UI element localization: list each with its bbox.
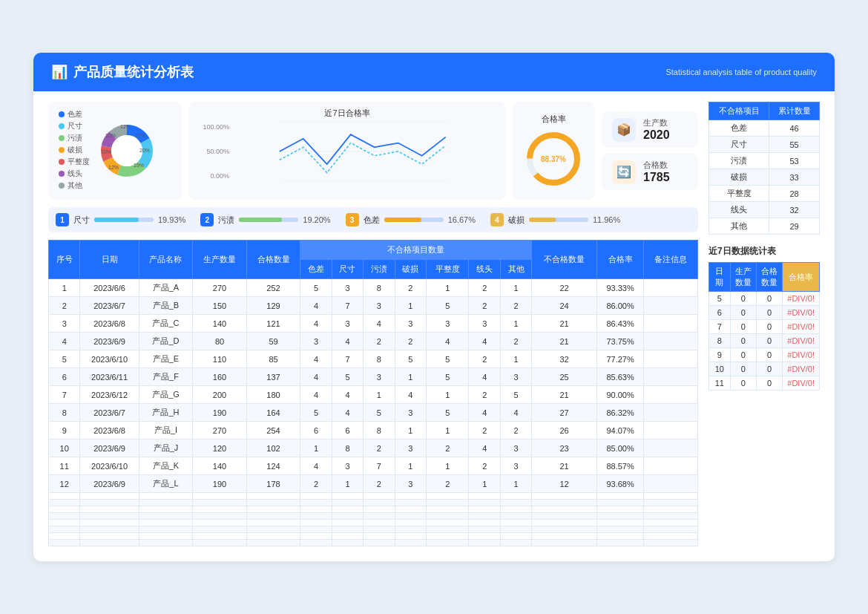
production-stat: 📦 生产数 2020: [602, 111, 698, 148]
main-table: 序号 日期 产品名称 生产数量 合格数量 不合格项目数量 不合格数量 合格率 备…: [48, 240, 698, 546]
col-date: 日期: [80, 241, 139, 279]
col-qual: 合格数量: [246, 241, 300, 279]
right-panel: 不合格项目 累计数量 色差46尺寸55污渍53破损33平整度28线头32其他29…: [708, 102, 820, 546]
page-title: 产品质量统计分析表: [73, 63, 194, 81]
col-qt: 其他: [500, 260, 531, 279]
table-row: 42023/6/9产品_D 8059 342 2442 2173.75%: [49, 333, 698, 350]
svg-text:12%: 12%: [120, 124, 131, 129]
svg-text:17%: 17%: [135, 133, 145, 138]
col-rate: 合格率: [596, 241, 643, 279]
days7-title: 近7日数据统计表: [708, 245, 820, 258]
col-defect-group: 不合格项目数量: [300, 241, 532, 260]
line-chart-svg: 4/5 4/5 4/5 4/5 4/5 4/5 4/5: [232, 122, 496, 181]
production-value: 2020: [643, 128, 670, 142]
defect-row: 尺寸55: [709, 137, 820, 153]
svg-text:19%: 19%: [134, 163, 144, 168]
line-chart-title: 近7日合格率: [198, 108, 496, 119]
svg-text:20%: 20%: [139, 148, 150, 153]
table-row: 32023/6/8产品_C 140121 434 3331 2186.43%: [49, 315, 698, 333]
qualified-icon: 🔄: [612, 160, 636, 184]
svg-text:12%: 12%: [108, 165, 119, 170]
main-table-wrap: 序号 日期 产品名称 生产数量 合格数量 不合格项目数量 不合格数量 合格率 备…: [48, 240, 698, 546]
days7-row: 500#DIV/0!: [709, 292, 820, 306]
col-name: 产品名称: [139, 241, 193, 279]
defect-row: 其他29: [709, 218, 820, 235]
col-cc: 尺寸: [332, 260, 363, 279]
svg-text:88.37%: 88.37%: [541, 155, 566, 163]
days7-row: 800#DIV/0!: [709, 334, 820, 348]
legend-list: 色差 尺寸 污渍 破损 平整度 线头 其他: [59, 109, 90, 192]
table-row: 22023/6/7产品_B 150129 473 1522 2486.00%: [49, 297, 698, 315]
days7-col-rate: 合格率: [783, 263, 820, 292]
rank-bars: 1 尺寸 19.93% 2 污渍 19.20% 3: [48, 207, 698, 232]
table-row-empty: [49, 500, 698, 506]
table-row: 82023/6/7产品_H 190164 545 3544 2786.32%: [49, 404, 698, 422]
rank-item-1: 1 尺寸 19.93%: [56, 213, 185, 226]
days7-row: 1000#DIV/0!: [709, 362, 820, 376]
days7-row: 1100#DIV/0!: [709, 376, 820, 391]
header-title: 📊 产品质量统计分析表: [51, 63, 194, 81]
qualified-value: 1785: [643, 171, 670, 184]
qualified-rate-title: 合格率: [542, 114, 566, 125]
ring-chart: 88.37%: [524, 129, 583, 189]
defect-row: 线头32: [709, 202, 820, 218]
defect-row: 平整度28: [709, 186, 820, 202]
defect-row: 污渍53: [709, 153, 820, 169]
table-row-empty: [49, 520, 698, 526]
days7-row: 900#DIV/0!: [709, 348, 820, 362]
table-row: 62023/6/11产品_F 160137 453 1543 2585.63%: [49, 368, 698, 386]
production-icon: 📦: [612, 118, 636, 142]
table-row: 52023/6/10产品_E 11085 478 5521 3277.27%: [49, 350, 698, 368]
summary-row: 色差 尺寸 污渍 破损 平整度 线头 其他: [48, 102, 698, 200]
table-row-empty: [49, 540, 698, 546]
col-wz: 污渍: [364, 260, 395, 279]
rank-item-3: 3 色差 16.67%: [346, 213, 476, 226]
svg-text:10%: 10%: [101, 149, 111, 154]
header: 📊 产品质量统计分析表 Statistical analysis table o…: [33, 53, 835, 91]
defect-summary-table: 不合格项目 累计数量 色差46尺寸55污渍53破损33平整度28线头32其他29: [708, 102, 820, 235]
table-row: 102023/6/9产品_J 120102 182 3243 2385.00%: [49, 440, 698, 457]
days7-col-date: 日期: [709, 263, 731, 292]
col-prod: 生产数量: [193, 241, 247, 279]
days7-row: 700#DIV/0!: [709, 320, 820, 334]
table-row-empty: [49, 513, 698, 520]
table-row: 12023/6/6产品_A 270252 538 2121 2293.33%: [49, 279, 698, 297]
days7-table: 日期 生产数量 合格数量 合格率 500#DIV/0!600#DIV/0!700…: [708, 262, 820, 391]
qualified-label: 合格数: [643, 160, 670, 171]
col-seq: 序号: [49, 241, 80, 279]
header-subtitle: Statistical analysis table of product qu…: [665, 66, 817, 79]
right-col-count: 累计数量: [769, 102, 820, 120]
header-icon: 📊: [51, 64, 68, 80]
col-cs: 色差: [300, 260, 332, 279]
rank-item-2: 2 污渍 19.20%: [200, 213, 330, 226]
table-row-empty: [49, 493, 698, 500]
col-unq: 不合格数量: [532, 241, 597, 279]
days7-row: 600#DIV/0!: [709, 306, 820, 320]
col-note: 备注信息: [644, 241, 698, 279]
donut-card: 色差 尺寸 污渍 破损 平整度 线头 其他: [48, 102, 182, 200]
table-row: 72023/6/12产品_G 200180 441 4125 2190.00%: [49, 386, 698, 404]
svg-text:10%: 10%: [105, 133, 116, 138]
qualified-rate-card: 合格率 88.37%: [513, 102, 594, 200]
qualified-stat: 🔄 合格数 1785: [602, 154, 698, 190]
table-row-empty: [49, 533, 698, 540]
right-col-item: 不合格项目: [709, 102, 769, 120]
production-label: 生产数: [643, 117, 670, 128]
defect-row: 破损33: [709, 169, 820, 186]
table-row-empty: [49, 506, 698, 513]
col-pz: 平整度: [427, 260, 469, 279]
table-row-empty: [49, 526, 698, 533]
col-ps: 破损: [395, 260, 426, 279]
donut-chart: 17% 20% 19% 12% 10% 10% 12%: [97, 121, 157, 180]
defect-row: 色差46: [709, 120, 820, 137]
table-row: 92023/6/8产品_I 270254 668 1122 2694.07%: [49, 422, 698, 440]
days7-col-qual: 合格数量: [756, 263, 782, 292]
line-chart-card: 近7日合格率 100.00% 50.00% 0.00%: [189, 102, 505, 200]
content-area: 色差 尺寸 污渍 破损 平整度 线头 其他: [33, 91, 835, 546]
left-panel: 色差 尺寸 污渍 破损 平整度 线头 其他: [48, 102, 698, 546]
main-card: 📊 产品质量统计分析表 Statistical analysis table o…: [33, 53, 835, 561]
days7-col-prod: 生产数量: [730, 263, 756, 292]
svg-point-7: [111, 135, 142, 166]
rank-item-4: 4 破损 11.96%: [490, 213, 620, 226]
stats-col: 📦 生产数 2020 🔄 合格数 1785: [602, 102, 698, 200]
